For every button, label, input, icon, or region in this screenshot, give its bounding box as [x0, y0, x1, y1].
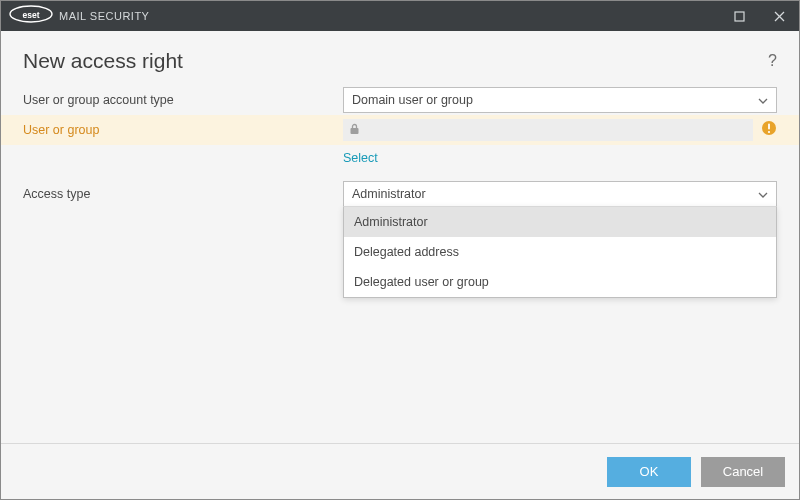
header-row: New access right ? — [1, 49, 799, 85]
access-type-dropdown: Administrator Delegated address Delegate… — [343, 206, 777, 298]
dropdown-option-delegated-user-group[interactable]: Delegated user or group — [344, 267, 776, 297]
brand: eset MAIL SECURITY — [9, 5, 149, 27]
window-buttons — [719, 1, 799, 31]
footer: OK Cancel — [1, 443, 799, 499]
maximize-button[interactable] — [719, 1, 759, 31]
user-group-label: User or group — [23, 123, 343, 137]
dropdown-option-delegated-address[interactable]: Delegated address — [344, 237, 776, 267]
account-type-label: User or group account type — [23, 93, 343, 107]
dialog-window: eset MAIL SECURITY New access right ? Us… — [0, 0, 800, 500]
user-group-row: User or group — [1, 115, 799, 145]
form: User or group account type Domain user o… — [1, 85, 799, 209]
select-link-row: Select — [1, 145, 799, 179]
help-icon[interactable]: ? — [768, 52, 777, 70]
access-type-value: Administrator — [352, 187, 426, 201]
content-area: New access right ? User or group account… — [1, 31, 799, 443]
close-button[interactable] — [759, 1, 799, 31]
ok-button[interactable]: OK — [607, 457, 691, 487]
account-type-select[interactable]: Domain user or group — [343, 87, 777, 113]
cancel-button[interactable]: Cancel — [701, 457, 785, 487]
user-group-field — [343, 119, 753, 141]
chevron-down-icon — [758, 187, 768, 201]
svg-text:eset: eset — [22, 10, 39, 20]
svg-rect-5 — [351, 128, 359, 134]
access-type-select[interactable]: Administrator — [343, 181, 777, 207]
svg-rect-7 — [768, 124, 770, 130]
eset-logo-icon: eset — [9, 5, 53, 27]
access-type-row: Access type Administrator Administrator … — [1, 179, 799, 209]
svg-rect-2 — [735, 12, 744, 21]
spacer — [23, 151, 343, 165]
svg-point-8 — [768, 131, 770, 133]
access-type-label: Access type — [23, 187, 343, 201]
dropdown-option-administrator[interactable]: Administrator — [344, 207, 776, 237]
page-title: New access right — [23, 49, 183, 73]
account-type-row: User or group account type Domain user o… — [1, 85, 799, 115]
app-name-label: MAIL SECURITY — [59, 10, 149, 22]
lock-icon — [349, 121, 360, 139]
account-type-value: Domain user or group — [352, 93, 473, 107]
warning-icon — [761, 120, 777, 140]
select-link[interactable]: Select — [343, 151, 378, 165]
titlebar: eset MAIL SECURITY — [1, 1, 799, 31]
chevron-down-icon — [758, 93, 768, 107]
